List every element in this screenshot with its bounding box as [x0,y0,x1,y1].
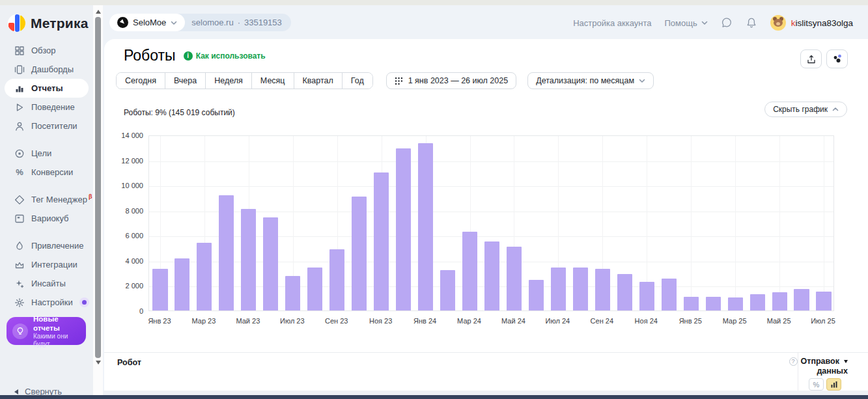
interface-toggle-button[interactable] [826,49,848,68]
period-segmented-control: Сегодня Вчера Неделя Месяц Квартал Год [116,72,373,89]
variocube-icon [14,213,25,224]
period-month-button[interactable]: Месяц [251,73,294,89]
export-button[interactable] [800,49,822,68]
bar-Авг 23[interactable] [307,268,322,310]
sidebar-item-variocube[interactable]: Вариокуб [0,209,93,228]
help-menu[interactable]: Помощь [664,18,707,28]
sidebar-item-reports[interactable]: Отчеты [5,79,89,98]
chat-bubble-icon[interactable] [721,17,733,29]
y-tick-label: 8 000 [104,207,143,215]
bar-Янв 25[interactable] [684,297,699,310]
bar-Ноя 23[interactable] [374,172,389,310]
shapes-icon [832,53,843,64]
metrica-logo-icon [8,14,25,32]
gridline [735,136,736,310]
bar-Июл 24[interactable] [551,268,566,310]
bar-Ноя 24[interactable] [639,282,654,310]
period-week-button[interactable]: Неделя [205,73,251,89]
bar-Апр 25[interactable] [750,294,765,310]
sidebar-item-integrations[interactable]: Интеграции [0,255,93,274]
bar-Дек 23[interactable] [396,148,411,310]
user-menu[interactable]: kislitsyna83olga [770,15,853,31]
counter-selector[interactable]: SeloMoe selomoe.ru · 33519153 [109,14,291,31]
column-header-robot[interactable]: Робот [117,358,141,367]
sidebar-item-settings[interactable]: Настройки [0,293,93,312]
sidebar-nav: Обзор Дашборды Отчеты Поведение Посетите… [0,41,93,312]
play-icon [14,102,25,113]
info-icon: i [184,51,193,61]
sidebar-item-overview[interactable]: Обзор [0,41,93,60]
account-settings-link[interactable]: Настройка аккаунта [573,18,651,28]
bell-icon[interactable] [746,17,757,29]
x-tick-label: Июл 25 [811,317,835,325]
page-scrollbar[interactable] [93,5,103,395]
sidebar-item-visitors[interactable]: Посетители [0,117,93,135]
bar-Июл 25[interactable] [816,292,831,310]
period-quarter-button[interactable]: Квартал [294,73,342,89]
sidebar-item-goals[interactable]: Цели [0,144,93,163]
bottom-window-bar [0,395,868,399]
y-tick-label: 10 000 [104,182,143,189]
x-tick-label: Янв 25 [679,317,702,325]
scrollbar-thumb[interactable] [95,17,101,358]
percent-view-toggle[interactable]: % [809,378,824,391]
bar-Дек 24[interactable] [662,279,677,310]
bar-Янв 24[interactable] [418,143,433,310]
hide-chart-button[interactable]: Скрыть график [764,102,847,117]
scroll-up-arrow-icon[interactable] [96,10,101,14]
sidebar-item-dashboards[interactable]: Дашборды [0,60,93,79]
chevron-down-icon [639,77,645,84]
date-range-button[interactable]: 1 янв 2023 — 26 июл 2025 [386,72,517,89]
promo-subtitle: Какими они будут [33,333,80,348]
brand-name: Метрика [31,16,89,31]
date-range-value: 1 янв 2023 — 26 июл 2025 [408,76,509,85]
bar-Май 25[interactable] [772,292,787,310]
sparkle-icon [14,279,25,289]
bar-Июн 23[interactable] [263,217,278,310]
target-icon [14,148,25,159]
help-icon[interactable]: ? [789,357,798,366]
bar-Июн 24[interactable] [529,280,544,310]
bar-Сен 24[interactable] [595,269,610,310]
bar-Апр 24[interactable] [484,241,499,310]
sidebar-item-conversions[interactable]: % Конверсии [0,163,93,182]
bar-Мар 25[interactable] [728,297,743,310]
counter-name: SeloMoe [133,18,166,27]
bar-Фев 23[interactable] [175,258,189,310]
bar-Июн 25[interactable] [794,289,809,310]
bar-Окт 24[interactable] [617,274,632,310]
how-to-use-link[interactable]: i Как использовать [184,51,266,61]
bar-Сен 23[interactable] [329,249,344,310]
bar-Фев 25[interactable] [706,297,721,310]
new-reports-promo-button[interactable]: Новые отчеты Какими они будут [7,317,86,345]
bar-Авг 24[interactable] [573,268,588,310]
x-tick-label: Ноя 23 [369,317,392,325]
period-yesterday-button[interactable]: Вчера [165,73,205,89]
chart-view-toggle[interactable] [826,378,841,391]
x-tick-label: Май 24 [501,317,525,325]
bar-Мар 24[interactable] [462,232,477,311]
period-year-button[interactable]: Год [342,73,372,89]
bar-Фев 24[interactable] [440,270,455,310]
detalization-dropdown[interactable]: Детализация: по месяцам [527,72,654,89]
column-header-metric[interactable]: ? Отправок данных [744,357,848,376]
period-today-button[interactable]: Сегодня [117,73,165,89]
bar-Янв 23[interactable] [152,269,167,310]
sidebar-item-behavior[interactable]: Поведение [0,98,93,117]
bar-Окт 23[interactable] [352,197,367,310]
bar-Май 24[interactable] [507,247,522,310]
bar-Май 23[interactable] [241,209,256,310]
bar-Июл 23[interactable] [285,276,300,310]
settings-notification-dot [79,297,89,307]
sidebar-item-acquisition[interactable]: Привлечение [0,236,93,255]
x-tick-label: Июл 24 [546,317,570,325]
scroll-down-arrow-icon[interactable] [96,361,101,365]
brand-logo[interactable]: Метрика [0,5,93,32]
gridline [779,136,780,310]
y-tick-label: 2 000 [104,282,143,290]
mini-bar-chart-icon [830,381,838,389]
sidebar-item-insights[interactable]: Инсайты [0,274,93,293]
bar-Апр 23[interactable] [219,195,234,310]
bar-Мар 23[interactable] [197,243,212,310]
sidebar-item-tag-manager[interactable]: Тег Менеджер β [0,190,93,209]
